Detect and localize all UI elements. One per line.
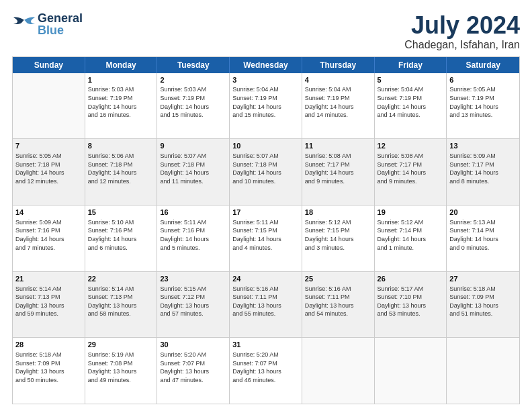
day-number: 20: [449, 208, 517, 218]
cell-info: Sunrise: 5:07 AM Sunset: 7:18 PM Dayligh…: [232, 152, 299, 185]
cell-info: Sunrise: 5:03 AM Sunset: 7:19 PM Dayligh…: [160, 85, 226, 119]
header: General Blue July 2024 Chadegan, Isfahan…: [12, 12, 520, 51]
calendar-body: 1Sunrise: 5:03 AM Sunset: 7:19 PM Daylig…: [13, 73, 519, 404]
calendar-cell: 16Sunrise: 5:11 AM Sunset: 7:16 PM Dayli…: [157, 205, 230, 271]
day-number: 3: [232, 75, 299, 85]
calendar-cell: 3Sunrise: 5:04 AM Sunset: 7:19 PM Daylig…: [230, 73, 302, 139]
day-number: 18: [305, 208, 371, 218]
calendar-cell: 2Sunrise: 5:03 AM Sunset: 7:19 PM Daylig…: [157, 73, 230, 139]
cell-info: Sunrise: 5:20 AM Sunset: 7:07 PM Dayligh…: [160, 351, 226, 384]
day-number: 19: [378, 208, 444, 218]
cell-info: Sunrise: 5:17 AM Sunset: 7:10 PM Dayligh…: [378, 285, 444, 318]
cell-info: Sunrise: 5:14 AM Sunset: 7:13 PM Dayligh…: [15, 285, 82, 318]
day-number: 13: [449, 141, 517, 151]
calendar-location: Chadegan, Isfahan, Iran: [404, 39, 520, 51]
day-number: 11: [305, 141, 371, 151]
day-number: 31: [232, 340, 299, 350]
header-thursday: Thursday: [302, 57, 375, 73]
calendar-row: 21Sunrise: 5:14 AM Sunset: 7:13 PM Dayli…: [13, 271, 519, 338]
cell-info: Sunrise: 5:03 AM Sunset: 7:19 PM Dayligh…: [88, 85, 154, 119]
calendar-cell: [302, 338, 375, 404]
cell-info: Sunrise: 5:06 AM Sunset: 7:18 PM Dayligh…: [88, 152, 154, 185]
day-number: 16: [160, 208, 226, 218]
calendar: Sunday Monday Tuesday Wednesday Thursday…: [12, 56, 520, 404]
cell-info: Sunrise: 5:16 AM Sunset: 7:11 PM Dayligh…: [305, 285, 371, 318]
day-number: 14: [15, 208, 82, 218]
calendar-cell: 13Sunrise: 5:09 AM Sunset: 7:17 PM Dayli…: [447, 139, 519, 205]
calendar-cell: 1Sunrise: 5:03 AM Sunset: 7:19 PM Daylig…: [85, 73, 158, 139]
calendar-cell: 11Sunrise: 5:08 AM Sunset: 7:17 PM Dayli…: [302, 139, 375, 205]
day-number: 15: [88, 208, 154, 218]
calendar-row: 14Sunrise: 5:09 AM Sunset: 7:16 PM Dayli…: [13, 205, 519, 271]
calendar-cell: [447, 338, 519, 404]
header-tuesday: Tuesday: [157, 57, 230, 73]
calendar-cell: 18Sunrise: 5:12 AM Sunset: 7:15 PM Dayli…: [302, 205, 375, 271]
cell-info: Sunrise: 5:04 AM Sunset: 7:19 PM Dayligh…: [305, 85, 371, 119]
calendar-cell: 12Sunrise: 5:08 AM Sunset: 7:17 PM Dayli…: [375, 139, 447, 205]
day-number: 23: [160, 274, 226, 284]
calendar-cell: 6Sunrise: 5:05 AM Sunset: 7:19 PM Daylig…: [447, 73, 519, 139]
day-number: 24: [232, 274, 299, 284]
calendar-header: Sunday Monday Tuesday Wednesday Thursday…: [13, 57, 519, 73]
day-number: 2: [160, 75, 226, 85]
cell-info: Sunrise: 5:12 AM Sunset: 7:15 PM Dayligh…: [305, 218, 371, 252]
logo-blue: Blue: [38, 24, 83, 36]
cell-info: Sunrise: 5:16 AM Sunset: 7:11 PM Dayligh…: [232, 285, 299, 318]
day-number: 29: [88, 340, 154, 350]
calendar-cell: 19Sunrise: 5:12 AM Sunset: 7:14 PM Dayli…: [375, 205, 447, 271]
calendar-cell: 25Sunrise: 5:16 AM Sunset: 7:11 PM Dayli…: [302, 272, 375, 338]
calendar-cell: 4Sunrise: 5:04 AM Sunset: 7:19 PM Daylig…: [302, 73, 375, 139]
logo-general: General: [38, 12, 83, 24]
calendar-row: 1Sunrise: 5:03 AM Sunset: 7:19 PM Daylig…: [13, 73, 519, 139]
header-saturday: Saturday: [447, 57, 519, 73]
day-number: 25: [305, 274, 371, 284]
cell-info: Sunrise: 5:14 AM Sunset: 7:13 PM Dayligh…: [88, 285, 154, 318]
day-number: 7: [15, 141, 82, 151]
calendar-cell: 7Sunrise: 5:05 AM Sunset: 7:18 PM Daylig…: [13, 139, 85, 205]
cell-info: Sunrise: 5:08 AM Sunset: 7:17 PM Dayligh…: [305, 152, 371, 185]
day-number: 6: [449, 75, 517, 85]
day-number: 1: [88, 75, 154, 85]
header-wednesday: Wednesday: [230, 57, 302, 73]
cell-info: Sunrise: 5:09 AM Sunset: 7:17 PM Dayligh…: [449, 152, 517, 185]
calendar-cell: 20Sunrise: 5:13 AM Sunset: 7:14 PM Dayli…: [447, 205, 519, 271]
calendar-row: 28Sunrise: 5:18 AM Sunset: 7:09 PM Dayli…: [13, 337, 519, 404]
cell-info: Sunrise: 5:05 AM Sunset: 7:18 PM Dayligh…: [15, 152, 82, 185]
day-number: 4: [305, 75, 371, 85]
cell-info: Sunrise: 5:09 AM Sunset: 7:16 PM Dayligh…: [15, 218, 82, 252]
day-number: 27: [449, 274, 517, 284]
calendar-cell: [375, 338, 447, 404]
cell-info: Sunrise: 5:18 AM Sunset: 7:09 PM Dayligh…: [15, 351, 82, 384]
day-number: 22: [88, 274, 154, 284]
cell-info: Sunrise: 5:07 AM Sunset: 7:18 PM Dayligh…: [160, 152, 226, 185]
header-monday: Monday: [85, 57, 158, 73]
calendar-cell: 31Sunrise: 5:20 AM Sunset: 7:07 PM Dayli…: [230, 338, 302, 404]
day-number: 17: [232, 208, 299, 218]
day-number: 26: [378, 274, 444, 284]
calendar-cell: 30Sunrise: 5:20 AM Sunset: 7:07 PM Dayli…: [157, 338, 230, 404]
calendar-cell: 24Sunrise: 5:16 AM Sunset: 7:11 PM Dayli…: [230, 272, 302, 338]
cell-info: Sunrise: 5:15 AM Sunset: 7:12 PM Dayligh…: [160, 285, 226, 318]
cell-info: Sunrise: 5:04 AM Sunset: 7:19 PM Dayligh…: [232, 85, 299, 119]
cell-info: Sunrise: 5:13 AM Sunset: 7:14 PM Dayligh…: [449, 218, 517, 252]
calendar-row: 7Sunrise: 5:05 AM Sunset: 7:18 PM Daylig…: [13, 138, 519, 205]
calendar-cell: 27Sunrise: 5:18 AM Sunset: 7:09 PM Dayli…: [447, 272, 519, 338]
day-number: 21: [15, 274, 82, 284]
calendar-cell: 22Sunrise: 5:14 AM Sunset: 7:13 PM Dayli…: [85, 272, 158, 338]
page: General Blue July 2024 Chadegan, Isfahan…: [0, 0, 532, 411]
calendar-cell: 21Sunrise: 5:14 AM Sunset: 7:13 PM Dayli…: [13, 272, 85, 338]
calendar-title: July 2024: [404, 12, 520, 39]
day-number: 9: [160, 141, 226, 151]
cell-info: Sunrise: 5:19 AM Sunset: 7:08 PM Dayligh…: [88, 351, 154, 384]
cell-info: Sunrise: 5:11 AM Sunset: 7:15 PM Dayligh…: [232, 218, 299, 252]
header-friday: Friday: [375, 57, 447, 73]
title-block: July 2024 Chadegan, Isfahan, Iran: [404, 12, 520, 51]
calendar-cell: 9Sunrise: 5:07 AM Sunset: 7:18 PM Daylig…: [157, 139, 230, 205]
calendar-cell: [13, 73, 85, 139]
calendar-cell: 14Sunrise: 5:09 AM Sunset: 7:16 PM Dayli…: [13, 205, 85, 271]
cell-info: Sunrise: 5:20 AM Sunset: 7:07 PM Dayligh…: [232, 351, 299, 384]
header-sunday: Sunday: [13, 57, 85, 73]
day-number: 28: [15, 340, 82, 350]
logo: General Blue: [12, 12, 83, 36]
calendar-cell: 8Sunrise: 5:06 AM Sunset: 7:18 PM Daylig…: [85, 139, 158, 205]
